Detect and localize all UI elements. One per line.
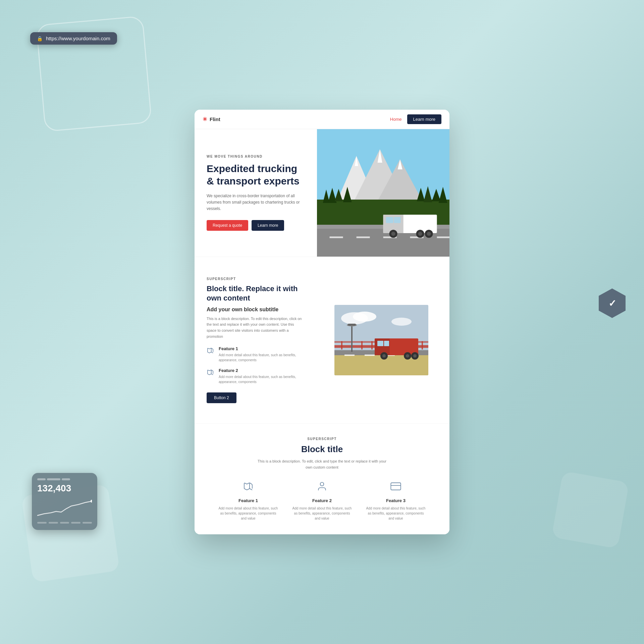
- stats-bar-3: [62, 478, 70, 480]
- svg-point-29: [391, 232, 395, 236]
- nav-links: Home Learn more: [390, 114, 441, 124]
- bg-decoration-3: [551, 471, 629, 549]
- feature-col-1: Feature 1 Add more detail about this fea…: [218, 481, 278, 521]
- svg-rect-27: [394, 217, 400, 223]
- block-right: [317, 270, 449, 410]
- svg-rect-42: [341, 341, 342, 350]
- stats-bar-row: [37, 478, 92, 480]
- feature-2-icon: [207, 369, 214, 384]
- hero-learn-more-button[interactable]: Learn more: [252, 220, 284, 231]
- svg-point-37: [391, 318, 412, 326]
- svg-rect-65: [351, 325, 353, 352]
- stats-bottom-bars: [37, 522, 92, 524]
- svg-point-36: [353, 312, 376, 322]
- features-grid: Feature 1 Add more detail about this fea…: [205, 481, 439, 521]
- svg-rect-57: [377, 341, 383, 346]
- feature-col-3-icon: [366, 481, 426, 494]
- svg-point-31: [418, 232, 422, 236]
- block-image: [334, 305, 428, 375]
- stats-bottom-bar-5: [83, 522, 92, 524]
- stats-bottom-bar-4: [71, 522, 80, 524]
- svg-rect-58: [384, 341, 389, 346]
- feature-2-desc: Add more detail about this feature, such…: [219, 374, 305, 384]
- stats-number: 132,403: [37, 483, 92, 494]
- svg-point-33: [427, 232, 431, 236]
- feature-col-2: Feature 2 Add more detail about this fea…: [292, 481, 352, 521]
- block-superscript: SUPERSCRIPT: [207, 277, 305, 281]
- feature-col-1-desc: Add more detail about this feature, such…: [218, 506, 278, 521]
- feature-1-icon: [207, 347, 214, 363]
- svg-rect-26: [386, 217, 393, 223]
- svg-rect-45: [371, 341, 373, 350]
- lock-icon: 🔒: [37, 36, 43, 41]
- svg-point-60: [382, 354, 386, 358]
- hero-right: [317, 129, 449, 257]
- feature-2-title: Feature 2: [219, 368, 305, 373]
- features-superscript: SUPERSCRIPT: [205, 437, 439, 441]
- feature-col-3: Feature 3 Add more detail about this fea…: [366, 481, 426, 521]
- features-section-description: This is a block description. To edit, cl…: [255, 459, 389, 470]
- feature-col-1-title: Feature 1: [218, 498, 278, 503]
- website-content: ✳ Flint Home Learn more WE MOVE THINGS A…: [195, 110, 449, 535]
- features-section: SUPERSCRIPT Block title This is a block …: [195, 423, 449, 534]
- block-description: This is a block description. To edit thi…: [207, 316, 305, 339]
- block-section: SUPERSCRIPT Block title. Replace it with…: [195, 257, 449, 424]
- hero-image: [317, 129, 449, 257]
- svg-rect-69: [391, 483, 400, 490]
- feature-1-content: Feature 1 Add more detail about this fea…: [219, 346, 305, 363]
- feature-col-2-desc: Add more detail about this feature, such…: [292, 506, 352, 521]
- feature-col-3-title: Feature 3: [366, 498, 426, 503]
- svg-rect-44: [361, 341, 363, 350]
- hero-superscript: WE MOVE THINGS AROUND: [207, 155, 305, 158]
- feature-2-content: Feature 2 Add more detail about this fea…: [219, 368, 305, 384]
- stats-bar-1: [37, 478, 46, 480]
- hero-section: WE MOVE THINGS AROUND Expedited trucking…: [195, 129, 449, 257]
- svg-rect-20: [356, 236, 370, 238]
- brand-icon: ✳: [203, 116, 207, 122]
- feature-col-2-title: Feature 2: [292, 498, 352, 503]
- svg-rect-50: [422, 341, 423, 350]
- stats-card: 132,403: [32, 473, 97, 530]
- feature-col-1-icon: [218, 481, 278, 494]
- hero-description: We specialize in cross-border transporta…: [207, 193, 305, 212]
- security-badge: ✓: [599, 288, 626, 318]
- stats-bottom-bar-1: [37, 522, 47, 524]
- check-icon: ✓: [608, 298, 616, 309]
- stats-bar-2: [47, 478, 60, 480]
- svg-point-64: [413, 354, 417, 358]
- svg-point-62: [406, 354, 409, 358]
- browser-window: ✳ Flint Home Learn more WE MOVE THINGS A…: [195, 110, 449, 535]
- block-button[interactable]: Button 2: [207, 392, 236, 403]
- feature-col-3-desc: Add more detail about this feature, such…: [366, 506, 426, 521]
- svg-rect-52: [365, 355, 375, 356]
- stats-bottom-bar-2: [49, 522, 58, 524]
- hero-title: Expedited trucking & transport experts: [207, 162, 305, 187]
- block-title: Block title. Replace it with own content: [207, 284, 305, 303]
- stats-bottom-bar-3: [60, 522, 69, 524]
- feature-col-2-icon: [292, 481, 352, 494]
- svg-point-0: [91, 500, 92, 502]
- nav-learn-more-button[interactable]: Learn more: [407, 114, 441, 124]
- nav-home-link[interactable]: Home: [390, 117, 402, 122]
- stats-chart: [37, 498, 92, 518]
- hero-buttons: Request a quote Learn more: [207, 220, 305, 231]
- svg-rect-51: [344, 355, 355, 356]
- block-subtitle: Add your own block subtitle: [207, 307, 305, 313]
- block-left: SUPERSCRIPT Block title. Replace it with…: [195, 270, 317, 410]
- url-text: https://www.yourdomain.com: [46, 36, 110, 41]
- svg-rect-67: [348, 324, 356, 326]
- url-bar[interactable]: 🔒 https://www.yourdomain.com: [30, 32, 117, 45]
- site-nav: ✳ Flint Home Learn more: [195, 110, 449, 129]
- nav-brand: ✳ Flint: [203, 116, 220, 122]
- feature-2-item: Feature 2 Add more detail about this fea…: [207, 368, 305, 384]
- svg-rect-23: [437, 236, 449, 238]
- features-section-title: Block title: [205, 444, 439, 454]
- feature-1-item: Feature 1 Add more detail about this fea…: [207, 346, 305, 363]
- svg-rect-19: [329, 236, 343, 238]
- request-quote-button[interactable]: Request a quote: [207, 220, 248, 231]
- feature-1-desc: Add more detail about this feature, such…: [219, 353, 305, 363]
- block-scene-svg: [334, 305, 428, 375]
- hero-scene-svg: [317, 129, 449, 257]
- brand-name: Flint: [210, 116, 220, 122]
- svg-point-68: [320, 482, 324, 486]
